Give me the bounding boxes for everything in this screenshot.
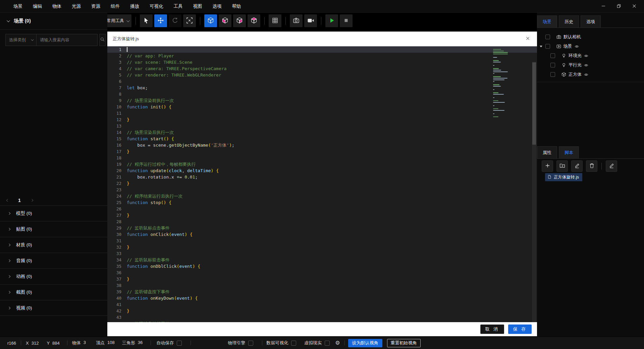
grid-toggle[interactable] bbox=[269, 14, 281, 27]
code-line[interactable]: 16 box = scene.getObjectByName('正方体'); bbox=[107, 142, 537, 148]
tab-scene[interactable]: 场景 bbox=[537, 15, 557, 28]
menu-item[interactable]: 工具 bbox=[174, 3, 183, 9]
menu-item[interactable]: 帮助 bbox=[232, 3, 241, 9]
menu-item[interactable]: 选项 bbox=[213, 3, 222, 9]
code-line[interactable]: 42} bbox=[107, 308, 537, 314]
code-line[interactable]: 29// 监听鼠标点击事件 bbox=[107, 225, 537, 231]
vr-checkbox[interactable] bbox=[325, 341, 330, 346]
code-line[interactable]: 37} bbox=[107, 276, 537, 282]
tree-row[interactable]: 场景 bbox=[537, 42, 644, 51]
code-editor[interactable]: 12// var app: Player3// var scene: THREE… bbox=[107, 46, 537, 322]
scrollbar-thumb[interactable] bbox=[532, 62, 536, 145]
autosave-checkbox[interactable] bbox=[177, 341, 182, 346]
code-line[interactable]: 21 box.rotation.x += 0.01; bbox=[107, 174, 537, 180]
code-line[interactable]: 2// var app: Player bbox=[107, 53, 537, 59]
minimize-button[interactable] bbox=[598, 1, 609, 11]
import-script-button[interactable] bbox=[556, 160, 568, 172]
code-line[interactable]: 18 bbox=[107, 155, 537, 161]
physics-checkbox[interactable] bbox=[248, 341, 253, 346]
page-prev-button[interactable] bbox=[6, 199, 9, 202]
view-cube-right-face[interactable] bbox=[233, 14, 246, 27]
code-line[interactable]: 30function onClick(event) { bbox=[107, 231, 537, 238]
visibility-checkbox[interactable] bbox=[545, 35, 550, 39]
resource-section-row[interactable]: 贴图 (0) bbox=[0, 221, 107, 237]
search-button[interactable] bbox=[99, 34, 106, 46]
category-select[interactable]: 选择类别 bbox=[6, 34, 37, 46]
delete-script-button[interactable] bbox=[586, 160, 597, 172]
scene-resources-header[interactable]: 场景 (0) bbox=[0, 13, 107, 30]
reset-view-button[interactable]: 重置初始视角 bbox=[387, 339, 421, 347]
code-line[interactable]: 34// 监听鼠标双击事件 bbox=[107, 257, 537, 263]
expander-arrow-icon[interactable] bbox=[540, 46, 542, 47]
code-line[interactable]: 9// 场景渲染前执行一次 bbox=[107, 97, 537, 104]
eye-icon[interactable] bbox=[584, 53, 589, 58]
code-line[interactable]: 38 bbox=[107, 282, 537, 289]
code-line[interactable]: 35function onDblClick(event) { bbox=[107, 263, 537, 269]
code-line[interactable]: 13 bbox=[107, 123, 537, 129]
code-line[interactable]: 14// 场景渲染后执行一次 bbox=[107, 129, 537, 136]
tree-row[interactable]: 默认相机 bbox=[537, 32, 644, 42]
code-line[interactable]: 25function stop() { bbox=[107, 199, 537, 206]
code-line[interactable]: 4// var camera: THREE.PerspectiveCamera bbox=[107, 65, 537, 72]
code-line[interactable]: 15function start() { bbox=[107, 136, 537, 142]
code-line[interactable]: 40function onKeyDown(event) { bbox=[107, 295, 537, 301]
visibility-checkbox[interactable] bbox=[545, 44, 550, 49]
code-line[interactable]: 1 bbox=[107, 46, 537, 53]
rename-script-button[interactable] bbox=[606, 160, 617, 172]
script-list-item[interactable]: 正方体旋转.js bbox=[545, 173, 582, 181]
code-line[interactable]: 3// var scene: THREE.Scene bbox=[107, 59, 537, 65]
code-line[interactable]: 33 bbox=[107, 250, 537, 257]
page-next-button[interactable] bbox=[31, 199, 33, 202]
code-line[interactable]: 26 bbox=[107, 206, 537, 212]
cancel-button[interactable]: 取 消 bbox=[480, 325, 504, 334]
resource-section-row[interactable]: 视频 (0) bbox=[0, 300, 107, 316]
tab-history[interactable]: 历史 bbox=[559, 15, 579, 28]
visibility-checkbox[interactable] bbox=[550, 63, 555, 67]
menu-item[interactable]: 资源 bbox=[91, 3, 100, 9]
code-line[interactable]: 31 bbox=[107, 238, 537, 244]
resource-section-row[interactable]: 截图 (0) bbox=[0, 284, 107, 300]
view-cube-left-face[interactable] bbox=[219, 14, 231, 27]
eye-icon[interactable] bbox=[584, 72, 589, 77]
record-video-tool[interactable] bbox=[304, 14, 317, 27]
eye-icon[interactable] bbox=[584, 63, 589, 68]
visibility-checkbox[interactable] bbox=[550, 72, 555, 77]
scale-tool[interactable] bbox=[183, 14, 196, 27]
code-line[interactable]: 41 bbox=[107, 301, 537, 308]
resource-section-row[interactable]: 音频 (0) bbox=[0, 253, 107, 268]
code-line[interactable]: 10function init() { bbox=[107, 104, 537, 110]
eye-icon[interactable] bbox=[574, 44, 579, 49]
view-cube-top-face[interactable] bbox=[248, 14, 260, 27]
code-line[interactable]: 36 bbox=[107, 269, 537, 276]
add-script-button[interactable] bbox=[542, 160, 553, 172]
rotate-tool[interactable] bbox=[169, 14, 181, 27]
code-line[interactable]: 5// var renderer: THREE.WebGLRenderer bbox=[107, 72, 537, 78]
resource-section-row[interactable]: 模型 (0) bbox=[0, 205, 107, 221]
edit-script-button[interactable] bbox=[571, 160, 583, 172]
code-line[interactable]: 23 bbox=[107, 187, 537, 193]
code-line[interactable]: 11 bbox=[107, 110, 537, 116]
menu-item[interactable]: 物体 bbox=[52, 3, 61, 9]
search-input[interactable] bbox=[37, 34, 97, 46]
menu-item[interactable]: 可视化 bbox=[150, 3, 163, 9]
screenshot-tool[interactable] bbox=[290, 14, 303, 27]
code-line[interactable]: 8 bbox=[107, 91, 537, 97]
save-button[interactable]: 保 存 bbox=[508, 325, 532, 334]
visibility-checkbox[interactable] bbox=[550, 53, 555, 58]
menu-item[interactable]: 光源 bbox=[72, 3, 81, 9]
code-line[interactable]: 39// 监听键盘按下事件 bbox=[107, 289, 537, 295]
tab-properties[interactable]: 属性 bbox=[537, 146, 557, 158]
common-tools-dropdown[interactable]: 常用工具 bbox=[104, 14, 131, 27]
tab-scripts[interactable]: 脚本 bbox=[559, 146, 579, 158]
view-cube-wireframe[interactable] bbox=[204, 14, 217, 27]
code-line[interactable]: 43 bbox=[107, 314, 537, 320]
minimap[interactable] bbox=[493, 47, 508, 118]
move-tool[interactable] bbox=[154, 14, 167, 27]
code-line[interactable]: 24// 程序结束运行后执行一次 bbox=[107, 193, 537, 199]
tree-row[interactable]: 正方体 bbox=[537, 70, 644, 79]
code-line[interactable]: 19// 程序运行过程中，每帧都要执行 bbox=[107, 161, 537, 167]
stop-button[interactable] bbox=[340, 14, 353, 27]
set-default-view-button[interactable]: 设为默认视角 bbox=[348, 339, 382, 347]
code-line[interactable]: 32} bbox=[107, 244, 537, 250]
code-line[interactable]: 12} bbox=[107, 116, 537, 123]
